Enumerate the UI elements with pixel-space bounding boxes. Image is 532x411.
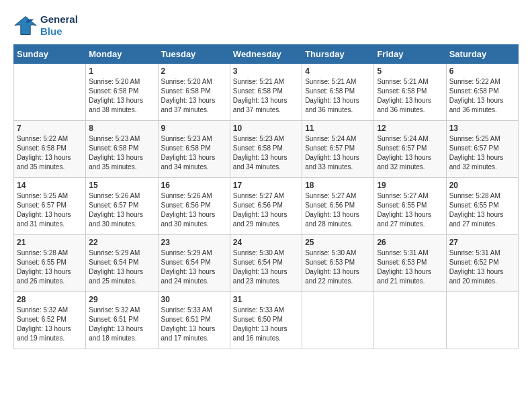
calendar-cell: 9Sunrise: 5:23 AM Sunset: 6:58 PM Daylig…	[158, 121, 230, 178]
day-number: 27	[449, 238, 515, 247]
day-info: Sunrise: 5:24 AM Sunset: 6:57 PM Dayligh…	[305, 134, 371, 172]
calendar-cell	[14, 64, 86, 121]
col-header-monday: Monday	[86, 45, 158, 64]
calendar-cell: 14Sunrise: 5:25 AM Sunset: 6:57 PM Dayli…	[14, 178, 86, 235]
day-info: Sunrise: 5:27 AM Sunset: 6:55 PM Dayligh…	[377, 191, 443, 229]
calendar-cell: 6Sunrise: 5:22 AM Sunset: 6:58 PM Daylig…	[446, 64, 518, 121]
day-info: Sunrise: 5:20 AM Sunset: 6:58 PM Dayligh…	[89, 77, 154, 115]
calendar-header: SundayMondayTuesdayWednesdayThursdayFrid…	[14, 45, 519, 64]
day-number: 1	[89, 66, 154, 76]
day-info: Sunrise: 5:29 AM Sunset: 6:54 PM Dayligh…	[89, 248, 154, 286]
calendar-cell: 20Sunrise: 5:28 AM Sunset: 6:55 PM Dayli…	[446, 178, 518, 235]
calendar-cell: 26Sunrise: 5:31 AM Sunset: 6:53 PM Dayli…	[374, 235, 446, 292]
day-info: Sunrise: 5:27 AM Sunset: 6:56 PM Dayligh…	[305, 191, 371, 229]
calendar-cell: 29Sunrise: 5:32 AM Sunset: 6:51 PM Dayli…	[86, 292, 158, 349]
day-number: 4	[305, 66, 371, 76]
day-number: 13	[449, 124, 515, 133]
day-number: 15	[89, 181, 154, 190]
day-number: 7	[17, 124, 83, 133]
day-info: Sunrise: 5:27 AM Sunset: 6:56 PM Dayligh…	[233, 191, 299, 229]
day-number: 21	[17, 238, 83, 247]
day-number: 6	[449, 66, 515, 76]
day-number: 30	[161, 295, 227, 304]
day-number: 25	[305, 238, 371, 247]
day-info: Sunrise: 5:21 AM Sunset: 6:58 PM Dayligh…	[377, 77, 443, 115]
day-info: Sunrise: 5:25 AM Sunset: 6:57 PM Dayligh…	[449, 134, 515, 172]
day-number: 18	[305, 181, 371, 190]
day-number: 12	[377, 124, 443, 133]
day-info: Sunrise: 5:26 AM Sunset: 6:57 PM Dayligh…	[89, 191, 154, 229]
svg-marker-0	[15, 17, 36, 35]
day-info: Sunrise: 5:21 AM Sunset: 6:58 PM Dayligh…	[233, 77, 299, 115]
calendar-week-3: 14Sunrise: 5:25 AM Sunset: 6:57 PM Dayli…	[14, 178, 519, 235]
col-header-tuesday: Tuesday	[158, 45, 230, 64]
day-info: Sunrise: 5:31 AM Sunset: 6:52 PM Dayligh…	[449, 248, 515, 286]
day-info: Sunrise: 5:22 AM Sunset: 6:58 PM Dayligh…	[449, 77, 515, 115]
calendar-week-2: 7Sunrise: 5:22 AM Sunset: 6:58 PM Daylig…	[14, 121, 519, 178]
logo-line2: Blue	[40, 26, 78, 38]
day-info: Sunrise: 5:23 AM Sunset: 6:58 PM Dayligh…	[233, 134, 299, 172]
day-info: Sunrise: 5:21 AM Sunset: 6:58 PM Dayligh…	[305, 77, 371, 115]
day-info: Sunrise: 5:26 AM Sunset: 6:56 PM Dayligh…	[161, 191, 227, 229]
calendar-cell: 13Sunrise: 5:25 AM Sunset: 6:57 PM Dayli…	[446, 121, 518, 178]
calendar-cell: 17Sunrise: 5:27 AM Sunset: 6:56 PM Dayli…	[230, 178, 302, 235]
calendar-cell: 3Sunrise: 5:21 AM Sunset: 6:58 PM Daylig…	[230, 64, 302, 121]
calendar-cell: 23Sunrise: 5:29 AM Sunset: 6:54 PM Dayli…	[158, 235, 230, 292]
calendar-cell: 25Sunrise: 5:30 AM Sunset: 6:53 PM Dayli…	[302, 235, 374, 292]
day-number: 16	[161, 181, 227, 190]
logo-line1: General	[40, 13, 78, 26]
calendar-cell: 18Sunrise: 5:27 AM Sunset: 6:56 PM Dayli…	[302, 178, 374, 235]
logo-icon	[13, 13, 38, 38]
day-number: 3	[233, 66, 299, 76]
day-info: Sunrise: 5:20 AM Sunset: 6:58 PM Dayligh…	[161, 77, 227, 115]
calendar-cell: 28Sunrise: 5:32 AM Sunset: 6:52 PM Dayli…	[14, 292, 86, 349]
day-number: 5	[377, 66, 443, 76]
calendar-cell: 4Sunrise: 5:21 AM Sunset: 6:58 PM Daylig…	[302, 64, 374, 121]
day-info: Sunrise: 5:32 AM Sunset: 6:51 PM Dayligh…	[89, 306, 154, 343]
logo: General Blue	[13, 13, 78, 38]
day-info: Sunrise: 5:23 AM Sunset: 6:58 PM Dayligh…	[161, 134, 227, 172]
day-number: 2	[161, 66, 227, 76]
day-info: Sunrise: 5:23 AM Sunset: 6:58 PM Dayligh…	[89, 134, 154, 172]
col-header-friday: Friday	[374, 45, 446, 64]
calendar-cell: 7Sunrise: 5:22 AM Sunset: 6:58 PM Daylig…	[14, 121, 86, 178]
day-number: 20	[449, 181, 515, 190]
day-info: Sunrise: 5:33 AM Sunset: 6:51 PM Dayligh…	[161, 306, 227, 343]
calendar-cell: 12Sunrise: 5:24 AM Sunset: 6:57 PM Dayli…	[374, 121, 446, 178]
calendar-cell: 31Sunrise: 5:33 AM Sunset: 6:50 PM Dayli…	[230, 292, 302, 349]
calendar-cell: 21Sunrise: 5:28 AM Sunset: 6:55 PM Dayli…	[14, 235, 86, 292]
day-number: 29	[89, 295, 154, 304]
day-info: Sunrise: 5:29 AM Sunset: 6:54 PM Dayligh…	[161, 248, 227, 286]
day-number: 31	[233, 295, 299, 304]
day-info: Sunrise: 5:24 AM Sunset: 6:57 PM Dayligh…	[377, 134, 443, 172]
col-header-sunday: Sunday	[14, 45, 86, 64]
calendar-body: 1Sunrise: 5:20 AM Sunset: 6:58 PM Daylig…	[14, 64, 519, 349]
day-number: 26	[377, 238, 443, 247]
day-info: Sunrise: 5:33 AM Sunset: 6:50 PM Dayligh…	[233, 306, 299, 343]
day-number: 22	[89, 238, 154, 247]
calendar-cell: 10Sunrise: 5:23 AM Sunset: 6:58 PM Dayli…	[230, 121, 302, 178]
day-info: Sunrise: 5:30 AM Sunset: 6:53 PM Dayligh…	[305, 248, 371, 286]
day-number: 28	[17, 295, 83, 304]
calendar-cell: 27Sunrise: 5:31 AM Sunset: 6:52 PM Dayli…	[446, 235, 518, 292]
calendar-cell	[302, 292, 374, 349]
day-number: 19	[377, 181, 443, 190]
day-info: Sunrise: 5:28 AM Sunset: 6:55 PM Dayligh…	[17, 248, 83, 286]
day-number: 8	[89, 124, 154, 133]
calendar-week-4: 21Sunrise: 5:28 AM Sunset: 6:55 PM Dayli…	[14, 235, 519, 292]
day-info: Sunrise: 5:25 AM Sunset: 6:57 PM Dayligh…	[17, 191, 83, 229]
calendar-cell: 22Sunrise: 5:29 AM Sunset: 6:54 PM Dayli…	[86, 235, 158, 292]
calendar-cell: 16Sunrise: 5:26 AM Sunset: 6:56 PM Dayli…	[158, 178, 230, 235]
calendar-cell	[374, 292, 446, 349]
calendar-cell: 11Sunrise: 5:24 AM Sunset: 6:57 PM Dayli…	[302, 121, 374, 178]
calendar-cell: 19Sunrise: 5:27 AM Sunset: 6:55 PM Dayli…	[374, 178, 446, 235]
day-number: 24	[233, 238, 299, 247]
day-number: 11	[305, 124, 371, 133]
day-number: 9	[161, 124, 227, 133]
calendar-cell: 5Sunrise: 5:21 AM Sunset: 6:58 PM Daylig…	[374, 64, 446, 121]
day-info: Sunrise: 5:32 AM Sunset: 6:52 PM Dayligh…	[17, 306, 83, 343]
calendar-table: SundayMondayTuesdayWednesdayThursdayFrid…	[13, 44, 519, 349]
calendar-cell: 15Sunrise: 5:26 AM Sunset: 6:57 PM Dayli…	[86, 178, 158, 235]
col-header-thursday: Thursday	[302, 45, 374, 64]
calendar-cell	[446, 292, 518, 349]
